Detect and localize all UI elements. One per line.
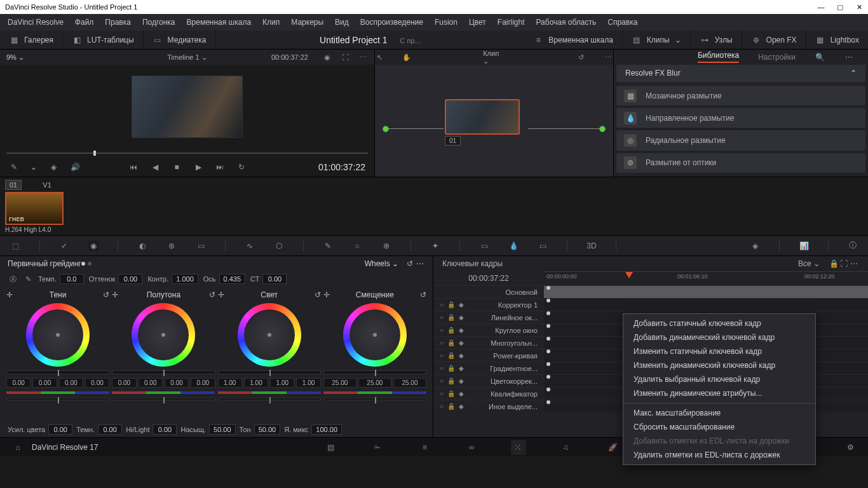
- keyframe-track[interactable]: ○🔒◆Корректор 1: [433, 298, 868, 311]
- keyframe-marker[interactable]: [546, 349, 550, 353]
- corrector-node[interactable]: 01: [445, 99, 520, 146]
- color-wheel[interactable]: [26, 303, 90, 367]
- camera-raw-icon[interactable]: ⬚: [10, 241, 20, 251]
- crosshair-icon[interactable]: ✛: [323, 290, 330, 299]
- wheel-value[interactable]: 1.00: [244, 378, 268, 388]
- 3d-icon[interactable]: 3D: [587, 241, 597, 251]
- timeline-button[interactable]: ≡ Временная шкала: [524, 30, 623, 49]
- lock-icon[interactable]: 🔒: [447, 301, 455, 308]
- master-slider[interactable]: [112, 370, 215, 374]
- node-output[interactable]: [599, 126, 606, 132]
- more-icon[interactable]: ⋯: [844, 52, 854, 62]
- next-clip-icon[interactable]: ⏭: [215, 162, 225, 172]
- page-color[interactable]: ⁙: [511, 440, 526, 455]
- page-edit[interactable]: ≡: [417, 440, 432, 455]
- lummix-input[interactable]: 100.00: [311, 424, 342, 435]
- wheel-value[interactable]: 25.00: [393, 378, 426, 388]
- hue-input[interactable]: 50.00: [254, 424, 281, 435]
- pointer-icon[interactable]: ↖: [375, 52, 384, 62]
- window-maximize[interactable]: ▢: [836, 3, 844, 11]
- info-icon[interactable]: ⓘ: [848, 241, 858, 251]
- playhead[interactable]: [625, 272, 633, 278]
- wheel-value[interactable]: 25.00: [358, 378, 391, 388]
- context-menu-item[interactable]: Удалить выбранный ключевой кадр: [623, 372, 815, 386]
- crosshair-icon[interactable]: ✛: [6, 290, 13, 299]
- page-media[interactable]: ▤: [323, 440, 338, 455]
- curves-icon[interactable]: ∿: [245, 241, 255, 251]
- wheel-value[interactable]: 0.00: [165, 378, 189, 388]
- y-slider[interactable]: [323, 398, 426, 400]
- context-menu-item[interactable]: Удалить отметки из EDL-листа с дорожек: [623, 448, 815, 462]
- tracker-icon[interactable]: ⊕: [381, 241, 391, 251]
- menu-item[interactable]: Клип: [262, 18, 280, 27]
- bypass-icon[interactable]: ○: [440, 352, 444, 359]
- reset-icon[interactable]: ↺: [209, 290, 215, 299]
- fx-item[interactable]: ▦Мозаичное размытие: [616, 86, 865, 105]
- node-input[interactable]: [383, 126, 389, 132]
- more-icon[interactable]: ⋯: [358, 52, 368, 62]
- master-slider[interactable]: [6, 370, 109, 374]
- fx-item[interactable]: ◎Радиальное размытие: [616, 130, 865, 150]
- zoom-dropdown[interactable]: 9% ⌄: [6, 53, 24, 62]
- diamond-icon[interactable]: ◆: [459, 314, 464, 321]
- viewer-canvas[interactable]: [0, 65, 374, 149]
- page-fairlight[interactable]: ♫: [558, 440, 573, 455]
- loop-icon[interactable]: ↻: [236, 162, 247, 172]
- y-slider[interactable]: [112, 398, 215, 400]
- color-wheel[interactable]: [238, 303, 301, 367]
- speaker-icon[interactable]: 🔊: [70, 162, 80, 172]
- gallery-button[interactable]: ▦ Галерея: [0, 30, 63, 49]
- color-icon[interactable]: ◉: [322, 52, 332, 62]
- pivot-input[interactable]: 0.435: [219, 274, 246, 284]
- diamond-icon[interactable]: ◆: [459, 327, 464, 334]
- rgb-mixer-icon[interactable]: ⊛: [166, 241, 177, 251]
- lock-icon[interactable]: 🔒: [447, 390, 455, 397]
- project-settings-icon[interactable]: ⚙: [845, 442, 855, 452]
- keyframe-marker[interactable]: [546, 400, 550, 404]
- page-fusion[interactable]: ∞: [464, 440, 479, 455]
- lock-icon[interactable]: 🔒: [447, 339, 455, 346]
- wheel-value[interactable]: 1.00: [218, 378, 242, 388]
- diamond-icon[interactable]: ◆: [459, 352, 464, 359]
- menu-item[interactable]: Справка: [607, 18, 637, 27]
- luts-button[interactable]: ◧ LUT-таблицы: [63, 30, 144, 49]
- context-menu-item[interactable]: Добавить статичный ключевой кадр: [623, 316, 815, 330]
- keyframe-marker[interactable]: [546, 311, 550, 315]
- check-icon[interactable]: ✓: [59, 241, 69, 251]
- expand-icon[interactable]: ⛶: [839, 259, 849, 269]
- auto-icon[interactable]: Ⓐ: [8, 274, 18, 284]
- page-cut[interactable]: ✁: [370, 440, 385, 455]
- wheel-value[interactable]: 0.00: [32, 378, 57, 388]
- lock-icon[interactable]: 🔒: [447, 365, 455, 372]
- menu-item[interactable]: Fusion: [435, 18, 458, 27]
- reset-icon[interactable]: ↺: [576, 52, 586, 62]
- window-icon[interactable]: ○: [352, 241, 362, 251]
- key-icon[interactable]: 💧: [508, 241, 519, 251]
- ct-input[interactable]: 0.00: [262, 274, 287, 284]
- keyframe-marker[interactable]: [546, 362, 550, 366]
- shadows-input[interactable]: 0.00: [98, 424, 122, 435]
- keyframe-marker[interactable]: [546, 299, 550, 302]
- menu-item[interactable]: Цвет: [469, 18, 486, 27]
- colorboost-input[interactable]: 0.00: [48, 424, 72, 435]
- scopes-icon[interactable]: 📊: [799, 241, 809, 251]
- menu-item[interactable]: Маркеры: [291, 18, 323, 27]
- warper-icon[interactable]: ⬡: [274, 241, 284, 251]
- page-deliver[interactable]: 🚀: [605, 440, 620, 455]
- window-close[interactable]: ✕: [855, 3, 863, 11]
- lock-icon[interactable]: 🔒: [447, 327, 455, 334]
- diamond-icon[interactable]: ◆: [459, 301, 464, 308]
- tab-settings[interactable]: Настройки: [758, 53, 796, 62]
- fx-item[interactable]: 💧Направленное размытие: [616, 108, 865, 128]
- keyframe-track[interactable]: Основной: [433, 285, 868, 298]
- bypass-icon[interactable]: ○: [440, 377, 444, 384]
- diamond-icon[interactable]: ◆: [459, 377, 464, 384]
- y-slider[interactable]: [6, 398, 109, 400]
- kf-filter[interactable]: Все ⌄: [798, 259, 820, 268]
- master-slider[interactable]: [323, 370, 426, 374]
- hand-icon[interactable]: ✋: [402, 52, 412, 62]
- context-menu-item[interactable]: Изменить динамический ключевой кадр: [623, 358, 815, 372]
- timeline-name[interactable]: Timeline 1 ⌄: [167, 53, 207, 62]
- magic-mask-icon[interactable]: ✦: [430, 241, 440, 251]
- wheel-value[interactable]: 0.00: [139, 378, 163, 388]
